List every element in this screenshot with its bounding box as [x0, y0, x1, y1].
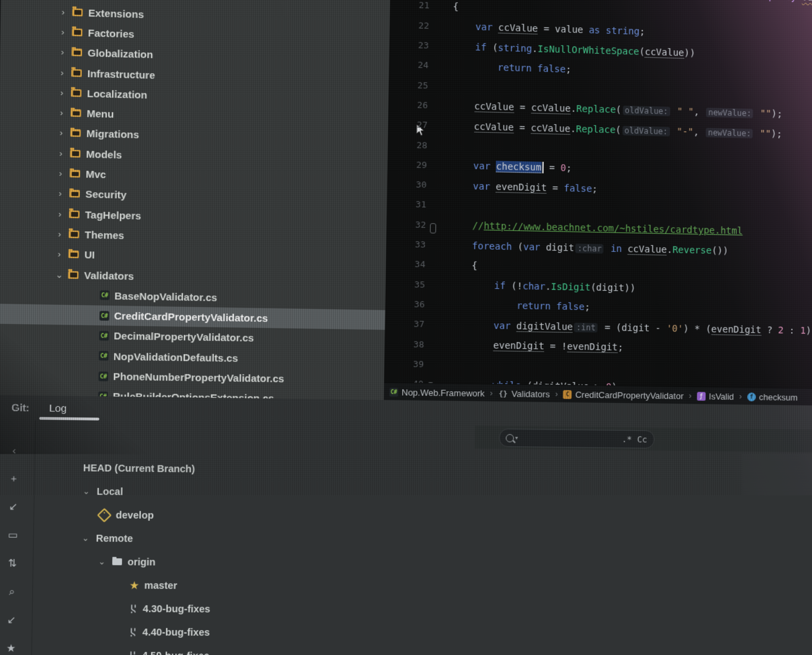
commit-row[interactable]: Merge branch '4.50-bug-fixes' into devel…: [468, 560, 812, 579]
chevron-right-icon[interactable]: ›: [56, 229, 63, 239]
breadcrumb-separator: ›: [689, 391, 691, 401]
tree-item-label: Factories: [88, 27, 135, 40]
branch-item-develop[interactable]: develop: [99, 504, 154, 526]
folder-icon: [71, 89, 81, 97]
line-number: 29: [387, 159, 427, 170]
back-icon[interactable]: ‹: [0, 439, 35, 460]
ref-label-origin-develop[interactable]: origin & develop: [688, 431, 774, 443]
breadcrumb-item-creditcardpropertyvalidator[interactable]: CCreditCardPropertyValidator: [563, 389, 684, 401]
code-text: evenDigit = !evenDigit;: [436, 339, 623, 352]
branch-item-remote[interactable]: ⌄Remote: [82, 527, 133, 550]
commit-author: DmitriyKulagin: [773, 482, 812, 493]
commit-message-cell: #6333 #196 Bump WebOptimizer to 3.0.372: [522, 546, 772, 558]
breadcrumb-item-validators[interactable]: {}Validators: [498, 388, 550, 399]
code-text: return false;: [441, 60, 571, 75]
tree-item-label: Security: [85, 188, 127, 201]
folder-icon: [69, 210, 80, 218]
chevron-right-icon[interactable]: ›: [56, 249, 63, 259]
branch-item-local[interactable]: ⌄Local: [83, 480, 123, 503]
breadcrumb-separator: ›: [490, 388, 493, 398]
add-icon[interactable]: +: [0, 467, 34, 489]
compare-icon[interactable]: ⇅: [0, 553, 33, 574]
folder-icon: [69, 231, 79, 238]
csharp-file-icon: C#: [99, 351, 109, 361]
commit-message-cell: Merge branch 'issue-6336-point-validity'…: [522, 530, 772, 542]
line-number: 26: [388, 99, 428, 110]
chevron-down-icon[interactable]: ⌄: [82, 534, 91, 543]
branch-item-4-30-bug-fixes[interactable]: 4.30-bug-fixes: [129, 598, 210, 620]
favorite-icon[interactable]: ★: [0, 638, 32, 655]
tab-log[interactable]: Log: [49, 402, 67, 414]
git-branches-toolbar: ‹+↙▭⇅⌕↙★: [0, 420, 36, 655]
branch-label: 4.50-bug-fixes: [142, 650, 209, 655]
chevron-right-icon[interactable]: ›: [59, 47, 66, 57]
commit-author: Alexey Anokhin: [772, 532, 812, 543]
breadcrumb-item-isvalid[interactable]: ƒIsValid: [697, 391, 734, 401]
line-number: 33: [386, 238, 426, 249]
line-number: 27: [388, 119, 428, 130]
search-icon[interactable]: ⌕: [0, 581, 32, 602]
line-number: 34: [386, 258, 425, 269]
commit-message-cell: #6359. Increased performance of PrepareP…: [523, 446, 774, 459]
comment-hyperlink[interactable]: http://www.beachnet.com/~hstiles/cardtyp…: [484, 220, 743, 236]
code-text: var digitValue:int = (digit - '0') * (ev…: [436, 319, 812, 336]
folder-icon: [70, 129, 81, 137]
commit-message: #6402 Returned function of the redirect …: [523, 463, 774, 475]
code-text: if (!char.IsDigit(digit)): [437, 279, 635, 294]
breadcrumb-label: Validators: [511, 388, 550, 399]
class-icon: C: [563, 390, 572, 399]
commit-message-cell: #6402 Returned function of the redirect …: [523, 463, 774, 475]
branch-item-4-40-bug-fixes[interactable]: 4.40-bug-fixes: [129, 621, 210, 643]
commit-message: #6404 Rejection of List<T>.ForEach due t…: [522, 480, 671, 491]
code-editor[interactable]: ? ext methods ? exposing APIs 20override…: [384, 0, 812, 391]
chevron-right-icon[interactable]: ›: [57, 168, 64, 179]
fold-marker[interactable]: [430, 223, 436, 233]
branch-item-master[interactable]: ★master: [130, 574, 177, 597]
chevron-right-icon[interactable]: ›: [58, 128, 65, 138]
chevron-right-icon[interactable]: ›: [58, 67, 66, 78]
chevron-down-icon[interactable]: ⌄: [98, 557, 107, 567]
chevron-right-icon[interactable]: ›: [60, 6, 67, 17]
folder-icon: [68, 251, 79, 258]
braces-icon: {}: [498, 389, 508, 398]
commit-message-cell: Merge branch 'issue-6359-increase-perfor…: [523, 429, 774, 443]
ref-label-origin-450[interactable]: origin/4.50-bug-fixes: [674, 481, 773, 492]
commit-row[interactable]: Merge branch 'issue-6366-bundle-naming' …: [468, 593, 812, 612]
folder-icon: [71, 69, 82, 77]
commit-row[interactable]: Merge branch 'issue-…-display-wizard-for…: [468, 627, 812, 645]
commit-row[interactable]: #6366 Changed bundle namingAlexey Anokhi…: [468, 610, 812, 628]
chevron-down-icon[interactable]: ⌄: [55, 269, 63, 280]
tree-item-label: NopValidationDefaults.cs: [114, 350, 238, 364]
delete-icon[interactable]: ▭: [0, 524, 33, 545]
get-from-vcs-icon[interactable]: ↙: [0, 496, 34, 517]
chevron-right-icon[interactable]: ›: [58, 108, 65, 118]
chevron-right-icon[interactable]: ›: [57, 188, 64, 199]
chevron-right-icon[interactable]: ›: [59, 27, 66, 37]
branch-item-head-current-branch-[interactable]: HEAD (Current Branch): [83, 457, 195, 480]
branch-label: develop: [116, 509, 154, 521]
commit-row[interactable]: #6403 Added missed vendor access check t…: [468, 577, 812, 595]
commit-message: Merge branch 'issue-…-display-wizard-for…: [520, 630, 771, 641]
tree-item-label: Extensions: [88, 6, 144, 20]
chevron-down-icon[interactable]: ⌄: [83, 486, 91, 496]
branch-icon: [130, 604, 137, 613]
chevron-right-icon[interactable]: ›: [58, 87, 66, 98]
commit-author: Alexey Anokhin: [773, 498, 812, 509]
folder-icon: [72, 8, 83, 16]
git-toolwindow: Git: Log ↻✎⊟⌕⇄↺⊞ ‹+↙▭⇅⌕↙★ HEAD (Current …: [0, 395, 812, 655]
line-number: 21: [390, 0, 430, 11]
branch-item-4-50-bug-fixes[interactable]: 4.50-bug-fixes: [129, 644, 210, 655]
branch-label: HEAD (Current Branch): [83, 462, 195, 475]
branch-label: Remote: [96, 533, 133, 544]
breadcrumb-label: Nop.Web.Framework: [402, 387, 485, 398]
commit-message-link[interactable]: https://github.com/khairuzzaman/: [641, 531, 772, 542]
chevron-right-icon[interactable]: ›: [56, 209, 63, 219]
breadcrumb-item-checksum[interactable]: fchecksum: [747, 392, 798, 402]
breadcrumb-item-nop.web.framework[interactable]: C#Nop.Web.Framework: [389, 387, 485, 398]
commit-row[interactable]: #6333 #196 Bump WebOptimizer to 3.0.372A…: [469, 543, 812, 563]
chevron-right-icon[interactable]: ›: [57, 148, 64, 158]
branch-item-origin[interactable]: ⌄origin: [98, 550, 156, 573]
pull-icon[interactable]: ↙: [0, 609, 32, 630]
breadcrumb-separator: ›: [555, 389, 558, 399]
line-number: 38: [385, 338, 424, 349]
